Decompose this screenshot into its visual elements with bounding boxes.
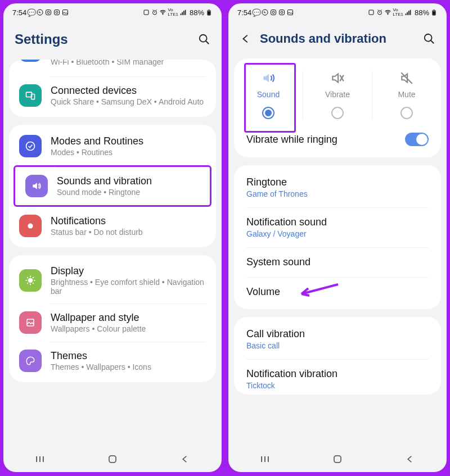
mode-label: Vibrate: [325, 90, 350, 99]
status-bar: 7:54 💬 VoLTE1 88%: [3, 3, 222, 19]
svg-point-29: [388, 14, 388, 15]
svg-rect-19: [27, 319, 34, 326]
themes-icon: [19, 350, 42, 372]
row-notification-vibration[interactable]: Notification vibration Ticktock: [234, 359, 441, 392]
comment-icon: 💬: [253, 9, 260, 16]
mode-mute[interactable]: Mute: [372, 71, 441, 119]
row-title: Notification sound: [246, 216, 327, 228]
list-title: Wallpaper and style: [51, 312, 146, 324]
mode-label: Mute: [398, 90, 415, 99]
row-sub: Game of Thrones: [246, 189, 308, 198]
svg-rect-1: [46, 10, 51, 15]
svg-rect-32: [433, 10, 435, 10]
list-item-display[interactable]: Display Brightness • Eye comfort shield …: [9, 257, 216, 303]
mute-icon: [399, 71, 414, 85]
nav-bar: [228, 446, 447, 472]
svg-point-12: [200, 35, 207, 42]
row-volume[interactable]: Volume: [234, 277, 441, 307]
search-icon: [198, 33, 210, 46]
nav-home[interactable]: [331, 453, 344, 465]
row-title: Call vibration: [246, 328, 305, 340]
svg-point-23: [272, 11, 274, 13]
modes-icon: [19, 135, 42, 157]
nav-back[interactable]: [179, 453, 191, 465]
chevron-left-icon: [240, 33, 252, 45]
nav-back[interactable]: [404, 453, 416, 465]
alarm-icon: [376, 9, 383, 16]
row-system-sound[interactable]: System sound: [234, 247, 441, 277]
radio-mute[interactable]: [400, 107, 413, 119]
svg-point-18: [29, 279, 33, 283]
list-item-wallpaper[interactable]: Wallpaper and style Wallpapers • Colour …: [9, 303, 216, 342]
list-item-sounds[interactable]: Sounds and vibration Sound mode • Ringto…: [14, 165, 212, 207]
nav-home[interactable]: [106, 453, 119, 465]
page-title: Settings: [15, 31, 190, 47]
wifi-icon: [384, 9, 392, 16]
row-notification-sound[interactable]: Notification sound Galaxy / Voyager: [234, 207, 441, 247]
radio-sound[interactable]: [262, 107, 274, 119]
nav-bar: [3, 446, 222, 472]
battery-pct: 88%: [190, 8, 204, 17]
row-title: Notification vibration: [246, 368, 338, 380]
mode-label: Sound: [257, 90, 280, 99]
battery-pct: 88%: [415, 8, 429, 17]
list-item-connections[interactable]: Wi-Fi • Bluetooth • SIM manager: [9, 60, 216, 76]
list-item-themes[interactable]: Themes Themes • Wallpapers • Icons: [9, 342, 216, 380]
list-title: Themes: [51, 350, 151, 362]
svg-point-8: [163, 14, 163, 15]
list-title: Sounds and vibration: [57, 175, 152, 187]
row-title: Volume: [246, 286, 280, 298]
mode-sound[interactable]: Sound: [234, 71, 303, 119]
row-title: System sound: [246, 256, 310, 268]
list-title: Display: [51, 265, 206, 277]
settings-list[interactable]: Wi-Fi • Bluetooth • SIM manager Connecte…: [3, 60, 222, 446]
list-item-connected-devices[interactable]: Connected devices Quick Share • Samsung …: [9, 76, 216, 115]
row-ringtone[interactable]: Ringtone Game of Thrones: [234, 167, 441, 207]
row-sub: Basic call: [246, 341, 305, 350]
header: Settings: [3, 19, 222, 60]
search-icon: [423, 33, 435, 45]
volte-label: VoLTE1: [168, 8, 178, 17]
nav-recent[interactable]: [259, 453, 271, 465]
instagram-icon-2: [53, 9, 60, 16]
annotation-arrow: [296, 282, 341, 298]
whatsapp-icon: [261, 9, 268, 16]
svg-rect-6: [144, 10, 148, 15]
svg-rect-5: [62, 10, 68, 15]
list-sub: Status bar • Do not disturb: [51, 228, 143, 237]
mode-vibrate[interactable]: Vibrate: [303, 71, 372, 119]
connections-icon: [19, 60, 42, 62]
svg-point-33: [425, 34, 432, 42]
list-item-notifications[interactable]: Notifications Status bar • Do not distur…: [9, 207, 216, 245]
sound-settings-list[interactable]: Sound Vibrate Mute Vibrate while ringing: [228, 58, 447, 446]
image-icon: [286, 9, 294, 16]
back-button[interactable]: [240, 33, 252, 45]
svg-point-16: [26, 142, 35, 151]
svg-point-25: [281, 11, 283, 13]
sound-icon: [261, 71, 276, 85]
comment-icon: 💬: [28, 9, 35, 16]
list-sub: Themes • Wallpapers • Icons: [51, 362, 151, 371]
switch-vibrate-ring[interactable]: [405, 133, 429, 146]
search-button[interactable]: [198, 33, 210, 46]
list-sub: Modes • Routines: [51, 148, 143, 157]
svg-rect-3: [54, 10, 59, 15]
list-title: Connected devices: [51, 85, 204, 97]
list-item-modes[interactable]: Modes and Routines Modes • Routines: [9, 127, 216, 165]
nav-recent[interactable]: [34, 453, 46, 465]
volte-label: VoLTE1: [393, 8, 403, 17]
status-bar: 7:54 💬 VoLTE1 88%: [228, 3, 447, 19]
search-button[interactable]: [423, 33, 435, 45]
status-time: 7:54: [237, 8, 251, 17]
row-vibrate-while-ringing[interactable]: Vibrate while ringing: [234, 124, 441, 155]
list-sub: Quick Share • Samsung DeX • Android Auto: [51, 97, 204, 106]
list-title: Modes and Routines: [51, 135, 143, 147]
svg-rect-20: [109, 456, 116, 463]
svg-point-21: [262, 10, 268, 15]
radio-vibrate[interactable]: [331, 107, 344, 119]
svg-rect-22: [271, 10, 276, 15]
alarm-icon: [151, 9, 158, 16]
row-sub: Galaxy / Voyager: [246, 229, 327, 238]
list-sub: Sound mode • Ringtone: [57, 188, 152, 197]
row-call-vibration[interactable]: Call vibration Basic call: [234, 319, 441, 359]
